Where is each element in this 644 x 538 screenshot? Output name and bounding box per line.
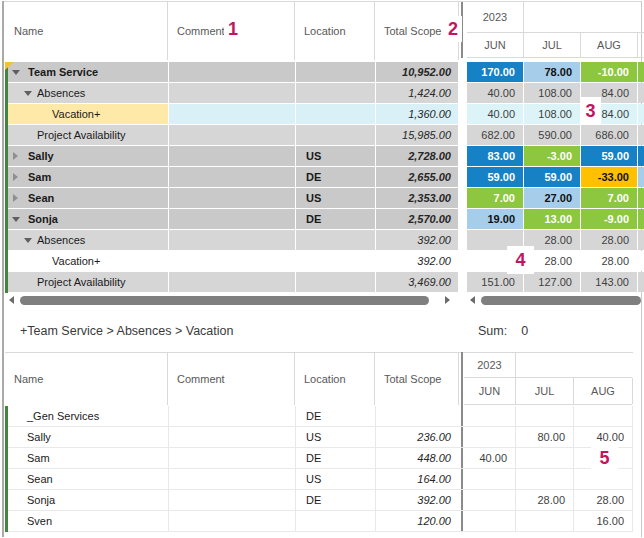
row-location-cell[interactable] <box>296 511 375 531</box>
table-row-months[interactable]: 40.00108.0084.00 <box>467 83 644 104</box>
month-value-cell[interactable]: -9.00 <box>581 209 637 229</box>
row-total-scope-cell[interactable]: 164.00 <box>376 469 458 489</box>
row-name-cell[interactable]: Absences <box>5 230 168 250</box>
month-value-cell[interactable]: -33.00 <box>581 167 637 187</box>
row-location-cell[interactable] <box>296 83 375 103</box>
row-location-cell[interactable]: DE <box>296 167 375 187</box>
row-total-scope-cell[interactable]: 392.00 <box>376 251 458 271</box>
table-row[interactable]: Absences1,424.00 <box>5 83 458 104</box>
top-right-hscrollbar[interactable] <box>467 294 644 307</box>
table-row-months[interactable]: 151.00127.00143.00 <box>467 272 644 293</box>
table-row[interactable]: SamDE2,655.00 <box>5 167 458 188</box>
month-value-cell[interactable]: 28.00 <box>516 490 573 510</box>
row-name-cell[interactable]: Team Service <box>5 62 168 82</box>
row-comment-cell[interactable] <box>169 272 295 292</box>
row-comment-cell[interactable] <box>169 83 295 103</box>
table-row-months[interactable]: 170.0078.00-10.00 <box>467 62 644 83</box>
row-name-cell[interactable]: Sally <box>5 146 168 166</box>
month-value-cell[interactable]: 13.00 <box>524 209 580 229</box>
row-total-scope-cell[interactable]: 236.00 <box>376 427 458 447</box>
month-value-cell[interactable] <box>465 511 515 531</box>
row-total-scope-cell[interactable] <box>376 406 458 426</box>
month-value-cell[interactable]: -10.00 <box>581 62 637 82</box>
table-row[interactable]: Team Service10,952.00 <box>5 62 458 83</box>
month-value-cell[interactable]: 78.00 <box>524 62 580 82</box>
expand-collapse-icon[interactable] <box>24 238 32 243</box>
table-row-months[interactable]: 59.0059.00-33.00 <box>467 167 644 188</box>
month-value-cell[interactable]: 16.00 <box>574 511 632 531</box>
table-row-months[interactable]: 28.0028.00 <box>467 230 644 251</box>
row-comment-cell[interactable] <box>169 448 295 468</box>
table-row-months[interactable]: 83.00-3.0059.00 <box>467 146 644 167</box>
table-row[interactable]: Vacation+392.00 <box>5 251 458 272</box>
top-left-hscrollbar[interactable] <box>5 294 458 307</box>
row-location-cell[interactable]: US <box>296 188 375 208</box>
row-comment-cell[interactable] <box>169 427 295 447</box>
row-comment-cell[interactable] <box>169 104 295 124</box>
row-location-cell[interactable] <box>296 62 375 82</box>
month-value-cell[interactable] <box>465 427 515 447</box>
month-value-cell[interactable] <box>465 490 515 510</box>
row-location-cell[interactable]: US <box>296 469 375 489</box>
expand-collapse-icon[interactable] <box>12 217 20 222</box>
month-value-cell[interactable]: 7.00 <box>467 188 523 208</box>
row-total-scope-cell[interactable]: 2,353.00 <box>376 188 458 208</box>
row-total-scope-cell[interactable]: 120.00 <box>376 511 458 531</box>
table-row-months[interactable]: 7.0027.007.00 <box>467 188 644 209</box>
row-total-scope-cell[interactable]: 3,469.00 <box>376 272 458 292</box>
expand-collapse-icon[interactable] <box>13 194 18 202</box>
month-value-cell[interactable]: 127.00 <box>524 272 580 292</box>
table-row[interactable]: SonjaDE2,570.00 <box>5 209 458 230</box>
scroll-right-arrow-icon[interactable] <box>445 296 450 304</box>
row-total-scope-cell[interactable]: 15,985.00 <box>376 125 458 145</box>
row-comment-cell[interactable] <box>169 62 295 82</box>
table-row-months[interactable]: 40.00108.0084.00 <box>467 104 644 125</box>
row-name-cell[interactable]: Sven <box>5 511 168 531</box>
month-value-cell[interactable] <box>465 406 515 426</box>
table-row[interactable]: Project Availability3,469.00 <box>5 272 458 293</box>
row-location-cell[interactable]: DE <box>296 209 375 229</box>
month-value-cell[interactable]: 7.00 <box>581 188 637 208</box>
row-location-cell[interactable]: DE <box>296 406 375 426</box>
month-value-cell[interactable]: 59.00 <box>524 167 580 187</box>
scroll-left-arrow-icon[interactable] <box>470 296 475 304</box>
row-location-cell[interactable] <box>296 251 375 271</box>
month-value-cell[interactable]: 59.00 <box>581 146 637 166</box>
month-value-cell[interactable]: 40.00 <box>467 104 523 124</box>
expand-collapse-icon[interactable] <box>13 173 18 181</box>
month-value-cell[interactable]: 19.00 <box>467 209 523 229</box>
row-comment-cell[interactable] <box>169 146 295 166</box>
row-total-scope-cell[interactable]: 448.00 <box>376 448 458 468</box>
row-name-cell[interactable]: Sean <box>5 469 168 489</box>
month-value-cell[interactable]: 590.00 <box>524 125 580 145</box>
row-name-cell[interactable]: Sonja <box>5 490 168 510</box>
month-value-cell[interactable]: 80.00 <box>516 427 573 447</box>
row-name-cell[interactable]: Vacation+ <box>5 104 168 124</box>
row-total-scope-cell[interactable]: 2,655.00 <box>376 167 458 187</box>
row-total-scope-cell[interactable]: 2,570.00 <box>376 209 458 229</box>
table-row[interactable]: Project Availability15,985.00 <box>5 125 458 146</box>
month-value-cell[interactable]: 151.00 <box>467 272 523 292</box>
month-value-cell[interactable]: -3.00 <box>524 146 580 166</box>
row-total-scope-cell[interactable]: 1,360.00 <box>376 104 458 124</box>
row-total-scope-cell[interactable]: 392.00 <box>376 230 458 250</box>
table-row[interactable]: SeanUS164.00 <box>5 469 632 490</box>
row-comment-cell[interactable] <box>169 511 295 531</box>
row-name-cell[interactable]: Vacation+ <box>5 251 168 271</box>
row-total-scope-cell[interactable]: 10,952.00 <box>376 62 458 82</box>
month-value-cell[interactable]: 28.00 <box>581 230 637 250</box>
row-comment-cell[interactable] <box>169 469 295 489</box>
month-value-cell[interactable]: 40.00 <box>465 448 515 468</box>
row-comment-cell[interactable] <box>169 406 295 426</box>
row-name-cell[interactable]: Sean <box>5 188 168 208</box>
month-value-cell[interactable] <box>574 406 632 426</box>
row-name-cell[interactable]: Project Availability <box>5 272 168 292</box>
table-row[interactable]: Sven120.0016.00 <box>5 511 632 532</box>
month-value-cell[interactable]: 682.00 <box>467 125 523 145</box>
expand-collapse-icon[interactable] <box>12 70 20 75</box>
month-value-cell[interactable] <box>516 469 573 489</box>
table-row[interactable]: Vacation+1,360.00 <box>5 104 458 125</box>
row-comment-cell[interactable] <box>169 188 295 208</box>
month-value-cell[interactable]: 108.00 <box>524 104 580 124</box>
row-location-cell[interactable]: DE <box>296 448 375 468</box>
